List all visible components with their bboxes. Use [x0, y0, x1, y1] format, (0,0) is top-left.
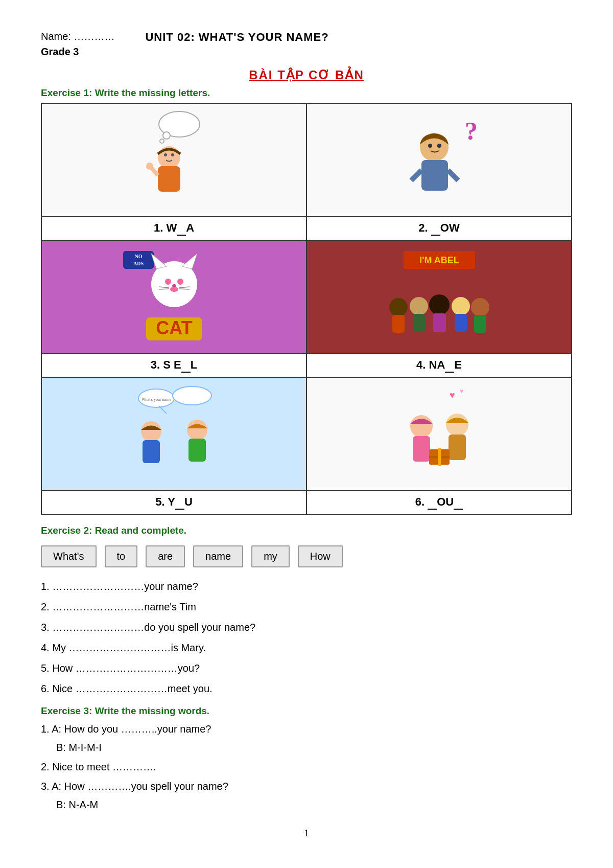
word-box-are[interactable]: are	[146, 545, 185, 567]
page-number: 1	[41, 828, 572, 839]
label-5: 5. Y U	[42, 490, 306, 514]
grid-cell-3: NO ADS	[41, 240, 306, 377]
svg-point-6	[171, 153, 174, 156]
exercise3-list: 1. A: How do you ………..your name? B: M-I-…	[41, 721, 572, 813]
svg-rect-57	[449, 435, 466, 460]
exercise2-title: Exercise 2: Read and complete.	[41, 525, 572, 536]
label-2: 2. OW	[307, 216, 571, 240]
image-cell-4: I'M ABEL	[307, 241, 571, 353]
svg-point-34	[389, 298, 408, 316]
ex2-item-1: 1. ………………………your name?	[41, 579, 572, 594]
svg-point-40	[452, 297, 470, 315]
grid-cell-6: ♥ ♥ 6. OU	[306, 377, 572, 514]
svg-point-1	[163, 132, 170, 139]
svg-rect-37	[413, 314, 425, 332]
svg-point-56	[446, 414, 468, 436]
grid-row-1: 1. W A ?	[41, 103, 572, 240]
svg-text:What's your name: What's your name	[142, 397, 171, 402]
label-3: 3. S E L	[42, 353, 306, 377]
svg-line-7	[151, 168, 158, 175]
image-6-svg: ♥ ♥	[383, 383, 496, 485]
svg-text:ADS: ADS	[133, 261, 143, 266]
image-cell-5: What's your name	[42, 378, 306, 490]
image-cell-3: NO ADS	[42, 241, 306, 353]
svg-point-36	[410, 297, 428, 315]
image-2-svg: ?	[388, 109, 490, 211]
svg-line-14	[411, 170, 421, 180]
ex2-item-6: 6. Nice ………………………meet you.	[41, 681, 572, 696]
exercise1-grid: 1. W A ?	[41, 103, 572, 515]
ex2-item-2: 2. ………………………name's Tim	[41, 599, 572, 614]
svg-marker-21	[182, 254, 197, 269]
header: Name: ………… UNIT 02: WHAT'S YOUR NAME?	[41, 31, 572, 44]
svg-point-42	[471, 298, 489, 316]
svg-point-23	[177, 279, 183, 285]
svg-text:I'M ABEL: I'M ABEL	[419, 255, 459, 265]
label-6: 6. OU	[307, 490, 571, 514]
ex2-item-4: 4. My …………………………is Mary.	[41, 640, 572, 655]
word-box-whats[interactable]: What's	[41, 545, 97, 567]
name-label: Name: …………	[41, 31, 114, 42]
svg-rect-60	[438, 448, 441, 466]
word-box-name[interactable]: name	[193, 545, 243, 567]
svg-point-5	[164, 153, 167, 156]
exercise1-title: Exercise 1: Write the missing letters.	[41, 87, 572, 99]
blank-6b	[454, 495, 463, 510]
svg-point-11	[428, 144, 432, 148]
svg-line-29	[179, 289, 190, 289]
svg-rect-4	[158, 166, 180, 192]
svg-rect-48	[143, 440, 160, 463]
word-box-row: What's to are name my How	[41, 545, 572, 567]
label-1: 1. W A	[42, 216, 306, 240]
svg-point-8	[146, 163, 153, 170]
grid-cell-2: ? 2. OW	[306, 103, 572, 240]
svg-point-25	[172, 284, 176, 287]
svg-point-24	[170, 287, 178, 292]
svg-text:NO: NO	[134, 254, 142, 259]
word-box-how[interactable]: How	[298, 545, 343, 567]
ex3-item-3b: B: N-A-M	[56, 796, 572, 813]
ex2-item-3: 3. ………………………do you spell your name?	[41, 620, 572, 635]
exercise3-title: Exercise 3: Write the missing words.	[41, 705, 572, 717]
grid-cell-5: What's your name 5. Y U	[41, 377, 306, 514]
blank-5	[175, 495, 184, 510]
image-3-svg: NO ADS	[118, 246, 230, 348]
ex3-item-1b: B: M-I-M-I	[56, 739, 572, 756]
svg-text:?: ?	[465, 117, 478, 145]
image-5-svg: What's your name	[115, 383, 233, 485]
svg-rect-55	[413, 436, 430, 462]
svg-point-12	[437, 144, 441, 148]
svg-point-38	[429, 294, 450, 315]
svg-line-15	[448, 170, 458, 180]
svg-point-2	[160, 139, 164, 143]
word-box-my[interactable]: my	[251, 545, 290, 567]
grid-row-2: NO ADS	[41, 240, 572, 377]
label-4: 4. NA E	[307, 353, 571, 377]
page-title: UNIT 02: WHAT'S YOUR NAME?	[145, 31, 328, 44]
blank-3	[181, 358, 191, 373]
ex3-item-2: 2. Nice to meet ………….	[41, 759, 572, 775]
blank-1	[177, 221, 186, 236]
svg-text:CAT: CAT	[156, 317, 192, 338]
image-cell-2: ?	[307, 104, 571, 216]
svg-rect-13	[421, 160, 448, 191]
ex2-item-5: 5. How …………………………you?	[41, 660, 572, 676]
svg-text:♥: ♥	[460, 387, 463, 395]
grid-row-3: What's your name 5. Y U	[41, 377, 572, 514]
section-title: BÀI TẬP CƠ BẢN	[41, 68, 572, 82]
svg-rect-41	[455, 314, 467, 332]
blank-2	[431, 221, 440, 236]
blank-6a	[428, 495, 437, 510]
blank-4	[445, 358, 454, 373]
grid-cell-1: 1. W A	[41, 103, 306, 240]
word-box-to[interactable]: to	[105, 545, 138, 567]
svg-rect-43	[474, 315, 486, 333]
svg-point-49	[187, 420, 207, 440]
svg-text:♥: ♥	[450, 390, 455, 400]
image-1-svg	[123, 109, 225, 211]
image-cell-1	[42, 104, 306, 216]
grade-label: Grade 3	[41, 46, 572, 58]
image-4-svg: I'M ABEL	[378, 246, 501, 348]
svg-point-47	[141, 421, 161, 442]
svg-point-22	[165, 279, 171, 285]
